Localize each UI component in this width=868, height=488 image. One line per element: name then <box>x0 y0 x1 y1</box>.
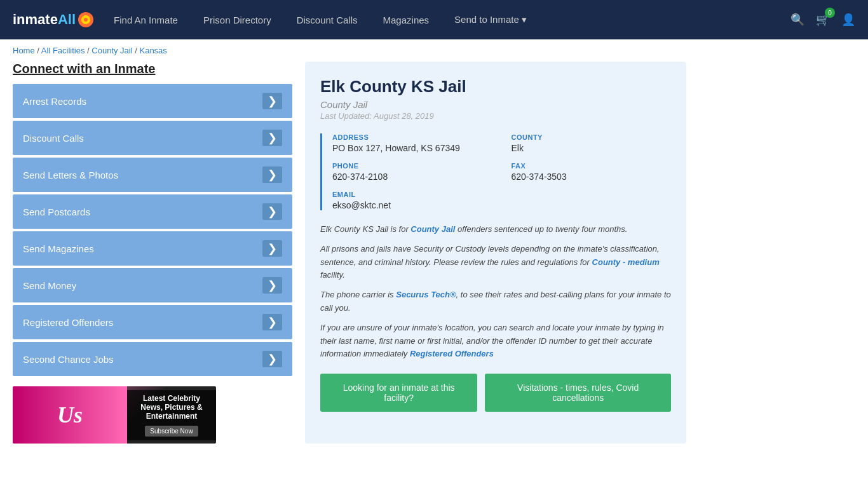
nav-find-inmate[interactable]: Find An Inmate <box>114 15 178 25</box>
sidebar-label: Send Postcards <box>23 207 90 217</box>
sidebar-label: Registered Offenders <box>23 317 113 328</box>
breadcrumb: Home / All Facilities / County Jail / Ka… <box>0 39 868 62</box>
sidebar-arrow: ❯ <box>262 93 282 109</box>
header-icons: 🔍 🛒 0 👤 <box>790 13 855 27</box>
main-container: Connect with an Inmate Arrest Records ❯ … <box>0 62 699 463</box>
county-value: Elk <box>512 143 672 153</box>
county-block: COUNTY Elk <box>512 133 672 153</box>
search-icon[interactable]: 🔍 <box>790 13 804 27</box>
sidebar-title: Connect with an Inmate <box>13 62 292 76</box>
phone-block: PHONE 620-374-2108 <box>332 162 492 182</box>
facility-updated: Last Updated: August 28, 2019 <box>320 111 671 121</box>
logo-icon <box>77 11 95 29</box>
sidebar-item-send-letters[interactable]: Send Letters & Photos ❯ <box>13 158 292 192</box>
desc1: Elk County KS Jail is for County Jail of… <box>320 223 671 236</box>
sidebar-arrow: ❯ <box>262 314 282 330</box>
sidebar-item-discount-calls[interactable]: Discount Calls ❯ <box>13 121 292 155</box>
sidebar-label: Send Money <box>23 280 76 291</box>
sidebar-arrow: ❯ <box>262 240 282 257</box>
phone-value: 620-374-2108 <box>332 172 492 182</box>
us-magazine-logo: Us <box>57 402 83 428</box>
nav-send-to-inmate[interactable]: Send to Inmate ▾ <box>454 14 527 25</box>
county-medium-link[interactable]: County - medium <box>592 257 660 267</box>
facility-info-block: ADDRESS PO Box 127, Howard, KS 67349 COU… <box>320 133 671 210</box>
facility-type: County Jail <box>320 99 671 110</box>
desc3: The phone carrier is Securus Tech®, to s… <box>320 288 671 315</box>
phone-label: PHONE <box>332 162 492 170</box>
ad-title: Latest Celebrity News, Pictures & Entert… <box>133 394 210 421</box>
breadcrumb-county-jail[interactable]: County Jail <box>92 46 132 55</box>
sidebar-item-second-chance[interactable]: Second Chance Jobs ❯ <box>13 342 292 376</box>
sidebar-item-registered-offenders[interactable]: Registered Offenders ❯ <box>13 305 292 339</box>
svg-point-2 <box>84 18 88 22</box>
facility-title: Elk County KS Jail <box>320 77 671 97</box>
nav-discount-calls[interactable]: Discount Calls <box>297 15 358 25</box>
logo-text: inmate <box>13 11 58 28</box>
fax-label: FAX <box>512 162 672 170</box>
sidebar-arrow: ❯ <box>262 277 282 294</box>
county-label: COUNTY <box>512 133 672 141</box>
sidebar-item-send-postcards[interactable]: Send Postcards ❯ <box>13 194 292 229</box>
user-icon[interactable]: 👤 <box>841 13 855 27</box>
logo[interactable]: inmate All <box>13 11 95 29</box>
email-value: ekso@sktc.net <box>332 200 492 210</box>
logo-all-text: All <box>58 11 76 28</box>
looking-for-inmate-button[interactable]: Looking for an inmate at this facility? <box>320 374 477 412</box>
sidebar-item-send-money[interactable]: Send Money ❯ <box>13 268 292 302</box>
fax-value: 620-374-3503 <box>512 172 672 182</box>
visitations-button[interactable]: Visitations - times, rules, Covid cancel… <box>485 374 671 412</box>
ad-banner[interactable]: Us Latest Celebrity News, Pictures & Ent… <box>13 386 216 444</box>
info-grid: ADDRESS PO Box 127, Howard, KS 67349 COU… <box>332 133 671 210</box>
content-area: Elk County KS Jail County Jail Last Upda… <box>305 62 686 444</box>
desc2: All prisons and jails have Security or C… <box>320 243 671 282</box>
fax-block: FAX 620-374-3503 <box>512 162 672 182</box>
securus-link[interactable]: Securus Tech® <box>396 290 456 299</box>
sidebar-label: Arrest Records <box>23 96 86 107</box>
county-jail-link1[interactable]: County Jail <box>410 224 455 234</box>
sidebar-label: Second Chance Jobs <box>23 354 114 365</box>
desc4: If you are unsure of your inmate's locat… <box>320 322 671 361</box>
sidebar-menu: Arrest Records ❯ Discount Calls ❯ Send L… <box>13 84 292 376</box>
sidebar-arrow: ❯ <box>262 203 282 220</box>
sidebar-arrow: ❯ <box>262 130 282 146</box>
sidebar-item-send-magazines[interactable]: Send Magazines ❯ <box>13 231 292 266</box>
sidebar-item-arrest-records[interactable]: Arrest Records ❯ <box>13 84 292 118</box>
site-header: inmate All Find An Inmate Prison Directo… <box>0 0 868 39</box>
address-label: ADDRESS <box>332 133 492 141</box>
sidebar-label: Discount Calls <box>23 133 84 144</box>
breadcrumb-home[interactable]: Home <box>13 46 35 55</box>
nav-prison-directory[interactable]: Prison Directory <box>203 15 271 25</box>
ad-text-content: Latest Celebrity News, Pictures & Entert… <box>127 390 216 440</box>
address-value: PO Box 127, Howard, KS 67349 <box>332 143 492 153</box>
sidebar-arrow: ❯ <box>262 166 282 183</box>
action-buttons: Looking for an inmate at this facility? … <box>320 374 671 412</box>
email-label: EMAIL <box>332 191 492 198</box>
breadcrumb-all-facilities[interactable]: All Facilities <box>41 46 85 55</box>
cart-badge: 0 <box>825 8 835 18</box>
breadcrumb-kansas[interactable]: Kansas <box>139 46 166 55</box>
main-nav: Find An Inmate Prison Directory Discount… <box>114 14 790 25</box>
nav-magazines[interactable]: Magazines <box>383 15 430 25</box>
registered-offenders-link[interactable]: Registered Offenders <box>410 349 494 358</box>
sidebar-label: Send Letters & Photos <box>23 170 118 180</box>
ad-subscribe-button[interactable]: Subscribe Now <box>145 426 198 437</box>
cart-wrapper[interactable]: 🛒 0 <box>816 13 830 27</box>
address-block: ADDRESS PO Box 127, Howard, KS 67349 <box>332 133 492 153</box>
sidebar-arrow: ❯ <box>262 351 282 367</box>
sidebar-label: Send Magazines <box>23 243 94 254</box>
email-block: EMAIL ekso@sktc.net <box>332 191 492 210</box>
ad-magazine-image: Us <box>13 386 127 444</box>
sidebar: Connect with an Inmate Arrest Records ❯ … <box>13 62 292 444</box>
